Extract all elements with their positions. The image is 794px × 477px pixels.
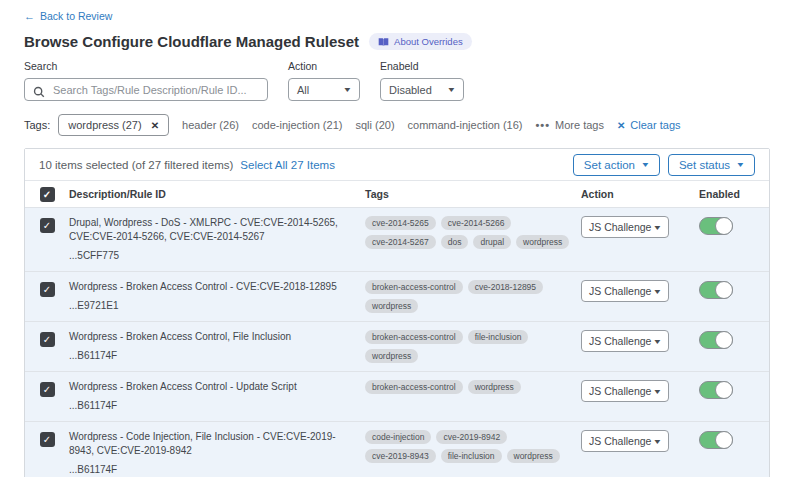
set-status-label: Set status [679,159,730,171]
toggle-knob [715,281,733,299]
row-enabled-cell [685,280,769,299]
tag-chip: wordpress [365,349,418,363]
row-checkbox-cell: ✓ [25,430,69,447]
action-filter-value: All [297,84,309,96]
set-action-button[interactable]: Set action ▼ [573,154,660,176]
row-enabled-cell [685,380,769,399]
tag-chip: file-inclusion [468,330,529,344]
row-description-cell: Wordpress - Code Injection, File Inclusi… [69,430,365,477]
tag-chip: broken-access-control [365,330,463,344]
table-row: ✓Drupal, Wordpress - DoS - XMLRPC - CVE:… [25,207,769,271]
header-checkbox-cell: ✓ [25,187,69,202]
rule-description: Wordpress - Broken Access Control - CVE:… [69,280,357,294]
search-label: Search [24,60,268,72]
selected-tag-label: wordpress (27) [68,119,141,131]
chevron-down-icon: ▼ [653,438,663,445]
row-action-value: JS Challenge [589,335,651,347]
page-title: Browse Configure Cloudflare Managed Rule… [24,33,359,50]
selection-count-text: 10 items selected (of 27 filtered items) [39,159,233,171]
tag-chip: cve-2014-5266 [441,216,512,230]
search-box [24,78,268,101]
tags-label: Tags: [24,119,50,131]
chevron-down-icon: ▼ [343,86,353,93]
row-enabled-toggle[interactable] [699,381,733,399]
action-filter-select[interactable]: All ▼ [288,78,360,101]
tag-chip: wordpress [507,449,560,463]
row-tags-cell: code-injectioncve-2019-8942cve-2019-8943… [365,430,581,463]
row-description-cell: Wordpress - Broken Access Control, File … [69,330,365,363]
row-checkbox[interactable]: ✓ [40,282,55,297]
more-tags-button[interactable]: ••• More tags [535,119,603,131]
row-checkbox[interactable]: ✓ [40,382,55,397]
row-action-select[interactable]: JS Challenge▼ [581,330,669,352]
row-checkbox[interactable]: ✓ [40,218,55,233]
row-enabled-toggle[interactable] [699,217,733,235]
chevron-down-icon: ▼ [447,86,457,93]
row-action-select[interactable]: JS Challenge▼ [581,280,669,302]
row-checkbox-cell: ✓ [25,380,69,397]
row-tags-cell: cve-2014-5265cve-2014-5266cve-2014-5267d… [365,216,581,249]
tag-code-injection[interactable]: code-injection (21) [252,119,343,131]
chevron-down-icon: ▼ [653,224,663,231]
chevron-down-icon: ▼ [653,288,663,295]
remove-tag-icon[interactable]: ✕ [151,120,159,131]
more-tags-label: More tags [555,119,604,131]
rule-description: Wordpress - Code Injection, File Inclusi… [69,430,357,458]
tag-header[interactable]: header (26) [182,119,239,131]
rules-table: 10 items selected (of 27 filtered items)… [24,148,770,477]
row-checkbox[interactable]: ✓ [40,332,55,347]
tag-chip: cve-2014-5265 [365,216,436,230]
table-rows: ✓Drupal, Wordpress - DoS - XMLRPC - CVE:… [25,207,769,477]
table-header-row: ✓ Description/Rule ID Tags Action Enable… [25,181,769,207]
table-row: ✓Wordpress - Broken Access Control, File… [25,321,769,371]
header-action: Action [581,188,685,200]
row-action-select[interactable]: JS Challenge▼ [581,430,669,452]
bulk-actions: Set action ▼ Set status ▼ [573,154,755,176]
set-status-button[interactable]: Set status ▼ [668,154,755,176]
table-toolbar: 10 items selected (of 27 filtered items)… [25,149,769,181]
toggle-knob [715,217,733,235]
row-action-value: JS Challenge [589,221,651,233]
rule-description: Drupal, Wordpress - DoS - XMLRPC - CVE:C… [69,216,357,244]
search-input[interactable] [51,79,263,100]
enabled-filter-label: Enabeld [380,60,464,72]
toggle-knob [715,381,733,399]
row-enabled-toggle[interactable] [699,331,733,349]
tag-sqli[interactable]: sqli (20) [355,119,394,131]
about-overrides-badge[interactable]: About Overrides [369,33,472,50]
header-enabled: Enabled [685,188,769,200]
tag-chip: code-injection [365,430,431,444]
selected-tag-wordpress[interactable]: wordpress (27) ✕ [58,114,169,136]
book-icon [378,37,389,47]
rule-id: ...B61174F [69,399,357,413]
select-all-link[interactable]: Select All 27 Items [240,159,335,171]
tag-chip: cve-2019-8943 [365,449,436,463]
row-action-cell: JS Challenge▼ [581,330,685,352]
clear-tags-button[interactable]: ✕ Clear tags [617,119,681,131]
row-action-select[interactable]: JS Challenge▼ [581,216,669,238]
row-action-cell: JS Challenge▼ [581,280,685,302]
row-enabled-cell [685,216,769,235]
row-enabled-cell [685,330,769,349]
row-checkbox[interactable]: ✓ [40,432,55,447]
tag-chip: wordpress [365,299,418,313]
selection-info: 10 items selected (of 27 filtered items)… [39,159,335,171]
tag-chip: dos [441,235,469,249]
back-to-review-link[interactable]: ← Back to Review [24,10,112,22]
tag-chip: cve-2014-5267 [365,235,436,249]
tag-command-injection[interactable]: command-injection (16) [408,119,523,131]
row-action-select[interactable]: JS Challenge▼ [581,380,669,402]
enabled-filter-select[interactable]: Disabled ▼ [380,78,464,101]
search-group: Search [24,60,268,101]
row-enabled-toggle[interactable] [699,281,733,299]
row-action-value: JS Challenge [589,285,651,297]
row-tags-cell: broken-access-controlfile-inclusionwordp… [365,330,581,363]
chevron-down-icon: ▼ [653,388,663,395]
row-enabled-toggle[interactable] [699,431,733,449]
header-description: Description/Rule ID [69,188,365,200]
tags-bar: Tags: wordpress (27) ✕ header (26) code-… [24,114,770,136]
table-row: ✓Wordpress - Code Injection, File Inclus… [25,421,769,477]
row-description-cell: Wordpress - Broken Access Control - CVE:… [69,280,365,313]
row-action-cell: JS Challenge▼ [581,430,685,452]
select-all-checkbox[interactable]: ✓ [40,187,55,202]
